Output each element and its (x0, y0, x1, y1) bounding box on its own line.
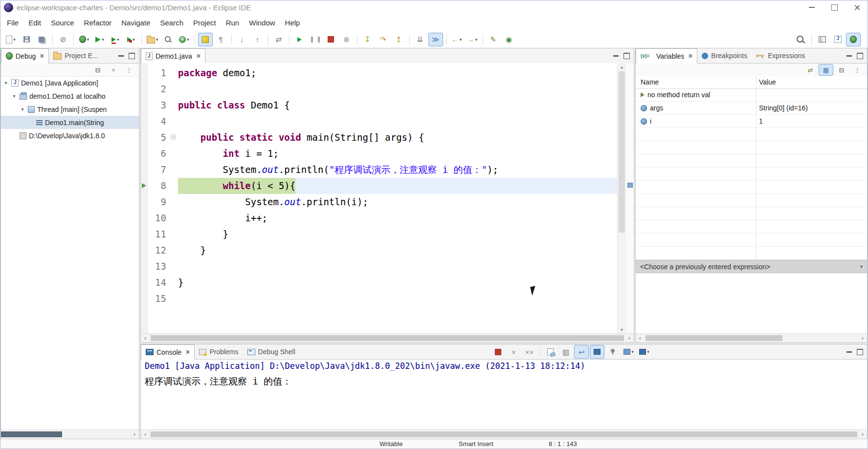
back-button[interactable]: ←▾ (449, 33, 464, 46)
clear-console-button[interactable] (543, 345, 557, 359)
disconnect-button[interactable]: ⊗ (339, 33, 354, 46)
run-external-tools-dropdown-icon[interactable]: ▾ (133, 37, 135, 42)
minimize-view-button[interactable] (613, 55, 619, 57)
tree-item-demo1-java-application[interactable]: ▾Demo1 [Java Application] (1, 76, 139, 89)
resume-button[interactable] (292, 33, 307, 46)
collapse-all-button[interactable]: ⊟ (834, 64, 849, 76)
variables-table-header[interactable]: Name Value (636, 76, 867, 89)
word-wrap-button[interactable]: ↩ (574, 345, 589, 359)
tab-project-e[interactable]: Project E... (49, 48, 102, 63)
code-line-12[interactable]: } (178, 242, 618, 258)
scrollbar-thumb[interactable] (151, 431, 857, 437)
next-annotation-button[interactable]: ↓ (235, 33, 249, 46)
code-line-3[interactable]: public class Demo1 { (178, 97, 618, 113)
variable-row-i[interactable]: i1 (636, 115, 867, 128)
run-button[interactable]: ▾ (92, 33, 107, 46)
fold-collapse-icon[interactable] (171, 134, 176, 140)
variable-row-empty[interactable] (636, 154, 867, 168)
close-window-button[interactable] (846, 0, 868, 15)
tab-variables[interactable]: Variables (636, 48, 697, 64)
forward-button[interactable]: →▾ (465, 33, 480, 46)
variable-row-empty[interactable] (636, 141, 867, 154)
minimize-window-button[interactable] (801, 0, 823, 15)
tree-item-demo1-main-string[interactable]: Demo1.main(String (1, 116, 139, 129)
variables-hscrollbar[interactable]: ‹ › (636, 333, 867, 342)
console-output-area[interactable]: Demo1 [Java Application] D:\Develop\Java… (145, 361, 865, 429)
minimize-view-button[interactable] (118, 55, 124, 57)
new-java-class-dropdown-icon[interactable]: ▾ (187, 37, 189, 42)
maximize-window-button[interactable] (823, 0, 846, 15)
scrollbar-track[interactable] (645, 334, 858, 342)
tab-problems[interactable]: Problems (195, 344, 243, 359)
collapse-all-button[interactable]: ⊟ (90, 64, 105, 76)
scrollbar-thumb[interactable] (645, 335, 782, 341)
tab-close-icon[interactable] (196, 54, 200, 58)
code-line-6[interactable]: int i = 1; (178, 146, 618, 162)
chevron-down-icon[interactable]: ▾ (860, 264, 863, 269)
open-perspective-button[interactable] (815, 33, 829, 46)
code-line-10[interactable]: i++; (178, 210, 618, 226)
expression-combo[interactable]: <Choose a previously entered expression>… (636, 260, 867, 273)
minimize-view-button[interactable] (846, 351, 852, 353)
remove-all-terminated-button[interactable]: × (106, 64, 121, 76)
scroll-left-ic on[interactable]: ‹ (636, 334, 645, 342)
twistie-icon[interactable]: ▾ (11, 93, 17, 99)
previous-annotation-button[interactable]: ↑ (250, 33, 265, 46)
editor-vscrollbar[interactable]: ▴ ▾ (617, 63, 626, 334)
debug-hscrollbar[interactable]: › (1, 429, 139, 439)
menu-file[interactable]: File (2, 16, 23, 30)
save-button[interactable] (19, 33, 34, 46)
run-dropdown-icon[interactable]: ▾ (102, 37, 104, 42)
scroll-up-icon[interactable]: ▴ (618, 63, 626, 71)
new-java-project-dropdown-icon[interactable]: ▾ (156, 37, 158, 42)
coverage-dropdown-icon[interactable]: ▾ (117, 37, 119, 42)
maximize-view-button[interactable] (129, 53, 135, 59)
pin-editor-button[interactable]: ◉ (502, 33, 516, 46)
suspend-button[interactable] (308, 33, 323, 46)
variable-row-empty[interactable] (636, 128, 867, 141)
skip-all-breakpoints-button[interactable]: ⊘ (56, 33, 70, 46)
forward-dropdown-icon[interactable]: ▾ (475, 37, 478, 42)
code-line-4[interactable] (178, 113, 618, 129)
tab-debug[interactable]: Debug (1, 48, 49, 64)
remove-launch-button[interactable]: × (506, 345, 521, 359)
code-line-15[interactable] (178, 291, 618, 307)
back-dropdown-icon[interactable]: ▾ (460, 37, 462, 42)
run-external-tools-button[interactable]: ▾ (124, 33, 138, 46)
new-java-class-button[interactable]: ▾ (177, 33, 192, 46)
scrollbar-track[interactable] (150, 334, 625, 342)
scrollbar-track[interactable] (150, 430, 858, 439)
java-perspective-button[interactable] (830, 33, 845, 46)
menu-edit[interactable]: Edit (23, 16, 46, 30)
twistie-icon[interactable]: ▾ (20, 107, 25, 112)
menu-project[interactable]: Project (188, 16, 221, 30)
column-name[interactable]: Name (641, 78, 659, 86)
scroll-down-icon[interactable]: ▾ (618, 326, 626, 334)
display-selected-console-button[interactable]: ▾ (621, 345, 636, 359)
pin-console-button[interactable] (605, 345, 620, 359)
view-menu-button[interactable]: ⋮ (850, 64, 865, 76)
code-area[interactable]: package demo1;public class Demo1 { publi… (178, 63, 618, 307)
code-line-5[interactable]: public static void main(String[] args) { (178, 129, 618, 146)
tab-close-icon[interactable] (185, 350, 190, 354)
last-edit-location-button[interactable]: ✎ (486, 33, 501, 46)
code-line-11[interactable]: } (178, 226, 618, 242)
breakpoint-ruler[interactable] (141, 63, 148, 334)
tree-item-d-develop-java-jdk1-8-0[interactable]: D:\Develop\Java\jdk1.8.0 (1, 129, 139, 142)
editor-hscrollbar[interactable]: ‹ › (141, 333, 634, 342)
tab-demo1-java[interactable]: Demo1.java (141, 48, 205, 64)
mark-occurrences-button[interactable] (198, 33, 213, 46)
tab-debug-shell[interactable]: Debug Shell (243, 344, 300, 359)
scroll-right-icon[interactable]: › (858, 430, 867, 439)
scrollbar-track[interactable] (1, 430, 130, 439)
tab-close-icon[interactable] (688, 54, 692, 58)
variable-row-empty[interactable] (636, 220, 867, 234)
open-console-button[interactable]: ▾ (637, 345, 651, 359)
maximize-view-button[interactable] (623, 53, 630, 59)
variable-row-empty[interactable] (636, 168, 867, 181)
tree-item-thread-main-suspen[interactable]: ▾Thread [main] (Suspen (1, 103, 139, 116)
debug-button[interactable]: ▾ (77, 33, 91, 46)
scroll-left-icon[interactable]: ‹ (141, 430, 150, 439)
new-java-project-button[interactable]: ▾ (145, 33, 160, 46)
menu-source[interactable]: Source (46, 16, 79, 30)
